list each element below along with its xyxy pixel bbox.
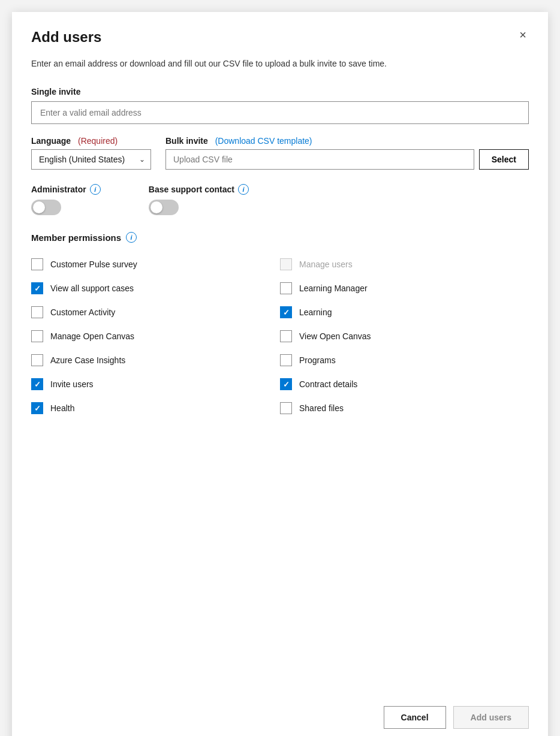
administrator-label-row: Administrator i [31, 184, 101, 195]
checkbox-learning[interactable]: ✓ [280, 306, 292, 318]
checkbox-view-open-canvas[interactable] [280, 330, 292, 342]
bulk-invite-field-group: Bulk invite (Download CSV template) Sele… [165, 136, 529, 170]
permissions-title: Member permissions [31, 233, 121, 243]
dialog-title: Add users [31, 29, 101, 46]
base-support-info-icon: i [238, 184, 249, 195]
checkbox-health[interactable]: ✓ [31, 402, 43, 414]
csv-file-input[interactable] [165, 149, 474, 170]
add-users-button[interactable]: Add users [453, 706, 529, 729]
checkbox-azure-case-insights[interactable] [31, 354, 43, 366]
checkbox-contract-details[interactable]: ✓ [280, 378, 292, 390]
checkbox-learning-manager[interactable] [280, 282, 292, 294]
language-select-wrapper: English (United States) ⌄ [31, 149, 151, 170]
checkbox-customer-pulse[interactable] [31, 258, 43, 270]
permission-label-contract-details: Contract details [299, 379, 357, 389]
language-field-group: Language (Required) English (United Stat… [31, 136, 151, 170]
permission-item-health[interactable]: ✓Health [31, 396, 280, 420]
permission-item-view-open-canvas[interactable]: View Open Canvas [280, 324, 529, 348]
permission-item-invite-users[interactable]: ✓Invite users [31, 372, 280, 396]
dialog-description: Enter an email address or download and f… [31, 58, 529, 70]
checkbox-customer-activity[interactable] [31, 306, 43, 318]
checkbox-manage-open-canvas[interactable] [31, 330, 43, 342]
permission-label-learning-manager: Learning Manager [299, 283, 368, 293]
permission-item-learning[interactable]: ✓Learning [280, 300, 529, 324]
required-label: (Required) [78, 136, 118, 146]
checkbox-invite-users[interactable]: ✓ [31, 378, 43, 390]
checkmark-icon: ✓ [34, 285, 41, 292]
permission-label-shared-files: Shared files [299, 403, 344, 413]
download-csv-link[interactable]: (Download CSV template) [215, 136, 312, 146]
dialog-header: Add users × [31, 29, 529, 46]
bulk-input-row: Select [165, 149, 529, 170]
permission-item-shared-files[interactable]: Shared files [280, 396, 529, 420]
permissions-info-icon: i [126, 232, 137, 243]
permission-label-invite-users: Invite users [50, 379, 94, 389]
checkmark-icon: ✓ [283, 381, 290, 388]
administrator-toggle-group: Administrator i [31, 184, 101, 215]
permission-label-customer-activity: Customer Activity [50, 307, 115, 317]
permission-label-azure-case-insights: Azure Case Insights [50, 355, 125, 365]
checkmark-icon: ✓ [34, 381, 41, 388]
language-bulk-row: Language (Required) English (United Stat… [31, 136, 529, 170]
checkbox-shared-files[interactable] [280, 402, 292, 414]
cancel-button[interactable]: Cancel [384, 706, 446, 729]
checkmark-icon: ✓ [34, 405, 41, 412]
permission-item-azure-case-insights[interactable]: Azure Case Insights [31, 348, 280, 372]
permission-item-customer-pulse[interactable]: Customer Pulse survey [31, 252, 280, 276]
permission-label-manage-open-canvas: Manage Open Canvas [50, 331, 134, 341]
permission-item-view-support[interactable]: ✓View all support cases [31, 276, 280, 300]
permissions-title-row: Member permissions i [31, 232, 529, 243]
permission-label-health: Health [50, 403, 74, 413]
permission-item-contract-details[interactable]: ✓Contract details [280, 372, 529, 396]
permissions-grid: Customer Pulse surveyManage users✓View a… [31, 252, 529, 420]
language-label: Language (Required) [31, 136, 151, 146]
permission-label-learning: Learning [299, 307, 332, 317]
administrator-info-icon: i [90, 184, 101, 195]
base-support-contact-toggle-group: Base support contact i [149, 184, 249, 215]
permission-label-manage-users: Manage users [299, 260, 353, 269]
select-csv-button[interactable]: Select [479, 149, 529, 170]
checkbox-programs[interactable] [280, 354, 292, 366]
add-users-dialog: Add users × Enter an email address or do… [12, 12, 548, 736]
permission-item-learning-manager[interactable]: Learning Manager [280, 276, 529, 300]
administrator-toggle[interactable] [31, 200, 61, 215]
permission-item-customer-activity[interactable]: Customer Activity [31, 300, 280, 324]
checkbox-view-support[interactable]: ✓ [31, 282, 43, 294]
toggles-row: Administrator i Base support contact i [31, 184, 529, 215]
permission-label-view-open-canvas: View Open Canvas [299, 331, 371, 341]
email-input[interactable] [31, 101, 529, 124]
administrator-label: Administrator [31, 185, 86, 194]
base-support-label: Base support contact [149, 185, 234, 194]
permission-item-programs[interactable]: Programs [280, 348, 529, 372]
checkmark-icon: ✓ [283, 309, 290, 316]
base-support-toggle[interactable] [149, 200, 179, 215]
language-select[interactable]: English (United States) [31, 149, 151, 170]
dialog-footer: Cancel Add users [384, 694, 529, 729]
base-support-label-row: Base support contact i [149, 184, 249, 195]
single-invite-label: Single invite [31, 87, 529, 96]
permission-item-manage-open-canvas[interactable]: Manage Open Canvas [31, 324, 280, 348]
permission-item-manage-users[interactable]: Manage users [280, 252, 529, 276]
permission-label-view-support: View all support cases [50, 283, 134, 293]
permission-label-customer-pulse: Customer Pulse survey [50, 260, 137, 269]
checkbox-manage-users [280, 258, 292, 270]
permission-label-programs: Programs [299, 355, 336, 365]
bulk-invite-label: Bulk invite (Download CSV template) [165, 136, 529, 146]
close-button[interactable]: × [517, 29, 529, 41]
permissions-section: Member permissions i Customer Pulse surv… [31, 232, 529, 420]
